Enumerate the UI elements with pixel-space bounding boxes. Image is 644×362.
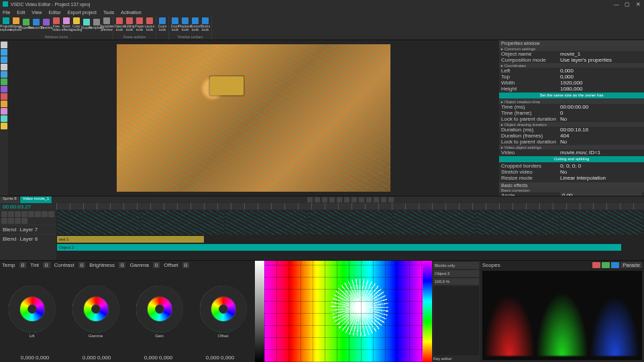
close-icon[interactable]: ✕: [635, 1, 641, 7]
prop-video[interactable]: movie.mov; ID=1: [560, 149, 642, 156]
menu-editor[interactable]: Editor: [48, 10, 60, 15]
cw-gamma[interactable]: 0: [153, 262, 160, 268]
timeline-tool-10[interactable]: [15, 218, 21, 224]
ribbon-template-preview[interactable]: Template preview: [102, 17, 111, 32]
cw-tint[interactable]: 0: [43, 262, 50, 268]
prop-object-name[interactable]: movie_1: [560, 51, 642, 57]
tool-sprite[interactable]: [1, 108, 7, 115]
play-button[interactable]: [322, 197, 327, 202]
ribbon-editing-tools[interactable]: Editing tools: [125, 17, 134, 32]
timeline-thumb[interactable]: [476, 210, 559, 235]
scope-parade-tab[interactable]: Parade: [621, 262, 642, 268]
section-object-drawing-duration[interactable]: ▸ Object drawing duration: [499, 122, 644, 127]
prop-lock-to-parent-duration[interactable]: No: [560, 139, 642, 145]
color-wheel-offset[interactable]: [200, 286, 247, 333]
marker-button[interactable]: [366, 197, 372, 202]
blocks-mode-select[interactable]: Blocks only: [433, 262, 479, 269]
ribbon-paper-tools[interactable]: Paper tools: [135, 17, 144, 32]
timeline-tab-sprite[interactable]: Sprite 8: [0, 196, 20, 203]
hue-strip[interactable]: [423, 261, 432, 362]
timeline-tool-0[interactable]: [1, 211, 7, 217]
prop-height[interactable]: 1080,000: [560, 86, 642, 92]
hue-curves-panel[interactable]: [255, 261, 432, 362]
ribbon-layout-tools[interactable]: Layout tools: [145, 17, 154, 32]
accent-button[interactable]: Cutting and splitting: [499, 156, 644, 162]
cut-button[interactable]: [359, 197, 364, 202]
ribbon-free-video[interactable]: Free Video: [52, 17, 61, 32]
tool-rect[interactable]: [1, 49, 7, 56]
minimize-icon[interactable]: —: [613, 1, 620, 7]
color-wheel-gain[interactable]: [136, 286, 183, 333]
scope-mode-green[interactable]: [602, 262, 610, 268]
tool-cursor[interactable]: [1, 42, 7, 48]
menu-view[interactable]: View: [32, 10, 42, 15]
timeline-thumb[interactable]: [57, 210, 140, 235]
tool-anim[interactable]: [1, 115, 7, 122]
timeline-thumb[interactable]: [309, 210, 392, 235]
clip-text1[interactable]: text 1: [57, 236, 204, 243]
object-field[interactable]: Object 2: [433, 270, 479, 277]
clip-object2[interactable]: Object 2: [57, 244, 621, 251]
preview-area[interactable]: [8, 40, 499, 196]
ribbon-playback-tools[interactable]: Playback tools: [180, 17, 190, 32]
ribbon-basic-effects[interactable]: Basic effects: [62, 17, 71, 32]
ribbon-objects-tools[interactable]: Objects tools: [115, 17, 124, 32]
ribbon-zoom-tools[interactable]: Zoom tools: [158, 17, 167, 32]
prop-resize-mode[interactable]: Linear interpolation: [560, 175, 642, 181]
prop-top[interactable]: 0,000: [560, 74, 642, 80]
prop-cropped-borders[interactable]: 0; 0; 0; 0: [560, 163, 642, 169]
zoom-out-button[interactable]: [381, 197, 386, 202]
tool-ellipse[interactable]: [1, 56, 7, 63]
tool-counter[interactable]: [1, 123, 7, 129]
track-blend-1[interactable]: Blend: [3, 227, 16, 233]
menu-export-project[interactable]: Export project: [68, 10, 97, 15]
tool-chart[interactable]: [1, 78, 7, 85]
cw-contrast[interactable]: 0: [78, 262, 85, 268]
timeline-tool-6[interactable]: [42, 211, 48, 217]
timeline-tab-movie[interactable]: Video movie_1: [20, 196, 53, 203]
maximize-icon[interactable]: ▢: [624, 1, 631, 7]
prop-stretch-video[interactable]: No: [560, 169, 642, 175]
menu-file[interactable]: File: [3, 10, 10, 15]
skip-end-button[interactable]: [344, 197, 350, 202]
prev-frame-button[interactable]: [315, 197, 320, 202]
skip-start-button[interactable]: [307, 197, 313, 202]
mini-timeline[interactable]: [433, 286, 479, 355]
next-frame-button[interactable]: [337, 197, 342, 202]
menu-tools[interactable]: Tools: [103, 10, 114, 15]
timeline-thumb[interactable]: [560, 210, 643, 235]
tool-image[interactable]: [1, 101, 7, 107]
prop-duration-ms-[interactable]: 00:00:16.16: [560, 127, 642, 133]
timeline-tool-8[interactable]: [1, 218, 7, 224]
ribbon-timeline[interactable]: Timeline: [42, 17, 51, 32]
timeline-tool-11[interactable]: [21, 218, 28, 224]
color-wheel-lift[interactable]: [9, 286, 56, 333]
accent-button[interactable]: Set the same size as the owner has: [499, 93, 644, 99]
color-wheel-gamma[interactable]: [72, 286, 119, 333]
menu-activation[interactable]: Activation: [121, 10, 141, 15]
time-ruler[interactable]: [56, 203, 644, 210]
prop-left[interactable]: 0,000: [560, 68, 642, 74]
ribbon-projects-explorer[interactable]: Projects explorer: [1, 17, 11, 32]
section-video-object-settings[interactable]: ▸ Video object settings: [499, 145, 644, 149]
zoom-pct[interactable]: 100,0 %: [433, 278, 479, 285]
tool-audio[interactable]: [1, 86, 7, 93]
ribbon-cursor-tools[interactable]: Cursor tools: [191, 17, 200, 32]
timeline-tool-7[interactable]: [48, 211, 54, 217]
timeline-tool-2[interactable]: [15, 211, 21, 217]
loop-button[interactable]: [352, 197, 357, 202]
stop-button[interactable]: [329, 197, 335, 202]
prop-duration-frames-[interactable]: 404: [560, 133, 642, 139]
luma-strip[interactable]: [255, 261, 264, 362]
timeline-thumb[interactable]: [392, 210, 476, 235]
timeline-tool-4[interactable]: [28, 211, 34, 217]
section-object-creation-time[interactable]: ▸ Object creation time: [499, 99, 644, 104]
prop-composition-mode[interactable]: Use layer's properties: [560, 57, 642, 63]
ribbon-blocks-tools[interactable]: Blocks tools: [201, 17, 210, 32]
timeline-thumb[interactable]: [225, 210, 308, 235]
scope-mode-blue[interactable]: [611, 262, 619, 268]
ribbon-color-grading[interactable]: Color grading: [72, 17, 81, 32]
timeline-tool-1[interactable]: [8, 211, 14, 217]
cw-brightness[interactable]: 0: [119, 262, 125, 268]
cw-temp[interactable]: 0: [19, 262, 26, 268]
